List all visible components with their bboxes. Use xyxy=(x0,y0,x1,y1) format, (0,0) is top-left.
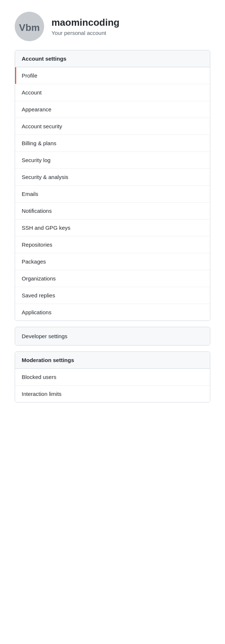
developer-settings-section: Developer settings xyxy=(15,327,210,346)
moderation-settings-section: Moderation settings Blocked users Intera… xyxy=(15,351,210,402)
svg-text:Vbm: Vbm xyxy=(19,22,40,33)
nav-item-organizations[interactable]: Organizations xyxy=(15,270,210,287)
nav-item-developer-settings[interactable]: Developer settings xyxy=(15,327,210,345)
nav-item-account-security[interactable]: Account security xyxy=(15,118,210,135)
nav-item-applications[interactable]: Applications xyxy=(15,304,210,321)
moderation-settings-header: Moderation settings xyxy=(15,352,210,369)
nav-item-security-analysis[interactable]: Security & analysis xyxy=(15,169,210,186)
user-header: Vbm maomincoding Your personal account xyxy=(0,0,225,50)
header-text: maomincoding Your personal account xyxy=(51,17,119,36)
nav-item-ssh-gpg[interactable]: SSH and GPG keys xyxy=(15,219,210,236)
nav-item-billing[interactable]: Billing & plans xyxy=(15,135,210,152)
account-settings-section: Account settings Profile Account Appeara… xyxy=(15,50,210,321)
nav-item-security-log[interactable]: Security log xyxy=(15,152,210,169)
nav-item-packages[interactable]: Packages xyxy=(15,253,210,270)
nav-item-saved-replies[interactable]: Saved replies xyxy=(15,287,210,304)
nav-item-appearance[interactable]: Appearance xyxy=(15,101,210,118)
nav-item-emails[interactable]: Emails xyxy=(15,186,210,203)
nav-item-interaction-limits[interactable]: Interaction limits xyxy=(15,386,210,402)
avatar-image: Vbm xyxy=(15,12,44,41)
account-settings-header: Account settings xyxy=(15,50,210,67)
avatar: Vbm xyxy=(15,12,44,41)
nav-item-blocked-users[interactable]: Blocked users xyxy=(15,369,210,386)
nav-item-repositories[interactable]: Repositories xyxy=(15,236,210,253)
username: maomincoding xyxy=(51,17,119,28)
main-content: Account settings Profile Account Appeara… xyxy=(0,50,225,417)
nav-item-notifications[interactable]: Notifications xyxy=(15,203,210,219)
account-subtitle: Your personal account xyxy=(51,30,119,36)
nav-item-account[interactable]: Account xyxy=(15,84,210,101)
nav-item-profile[interactable]: Profile xyxy=(15,67,210,84)
